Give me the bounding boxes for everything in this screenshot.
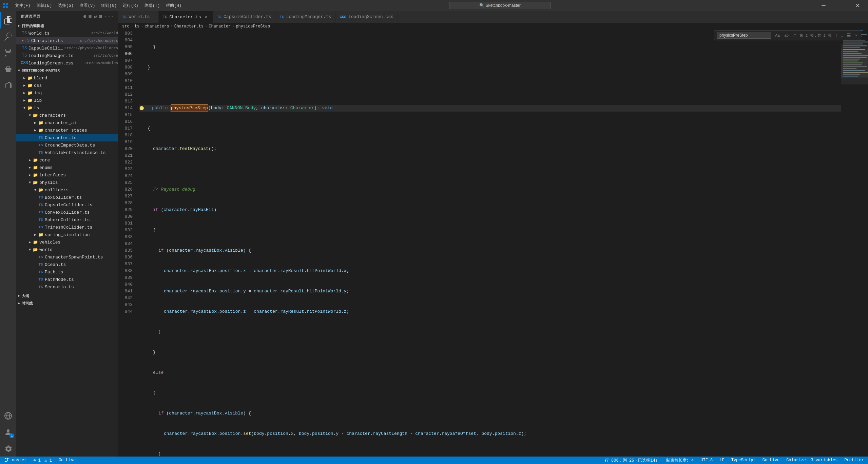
file-trimesh-collider[interactable]: TS TrimeshCollider.ts bbox=[16, 224, 118, 231]
find-prev-button[interactable]: ↑ bbox=[834, 32, 839, 39]
folder-characters-arrow: ▼ bbox=[27, 113, 33, 118]
folder-ts[interactable]: ▼ 📂 ts bbox=[16, 104, 118, 112]
activity-remote[interactable] bbox=[0, 408, 16, 424]
new-folder-icon[interactable]: ⊞ bbox=[89, 14, 92, 19]
folder-physics[interactable]: ▼ 📂 physics bbox=[16, 179, 118, 186]
status-live-share[interactable]: Go Live bbox=[57, 458, 77, 463]
status-prettier[interactable]: Prettier bbox=[843, 458, 865, 463]
close-icon-small[interactable]: ✕ bbox=[22, 39, 24, 43]
folder-vehicles[interactable]: ▶ 📁 vehicles bbox=[16, 238, 118, 246]
file-box-collider[interactable]: TS BoxCollider.ts bbox=[16, 194, 118, 201]
tab-character-close[interactable]: ✕ bbox=[203, 14, 209, 20]
find-match-case[interactable]: Aa bbox=[773, 32, 781, 38]
menu-help[interactable]: 帮助(H) bbox=[163, 2, 184, 9]
menu-terminal[interactable]: 终端(T) bbox=[142, 2, 163, 9]
folder-css[interactable]: ▶ 📁 css bbox=[16, 82, 118, 89]
file-sphere-collider[interactable]: TS SphereCollider.ts bbox=[16, 216, 118, 224]
open-editor-css[interactable]: CSS loadingScreen.css src/css/modules bbox=[16, 59, 118, 67]
open-editor-character[interactable]: ✕ TS Character.ts src/ts/characters bbox=[16, 37, 118, 44]
file-ocean[interactable]: TS Ocean.ts bbox=[16, 261, 118, 268]
collapse-icon[interactable]: ⊟ bbox=[99, 14, 102, 19]
breadcrumb-characters[interactable]: characters bbox=[144, 24, 169, 29]
window-controls: ─ □ ✕ bbox=[816, 0, 865, 11]
folder-characters[interactable]: ▼ 📂 characters bbox=[16, 112, 118, 119]
breadcrumb-physics-pre-step[interactable]: physicsPreStep bbox=[236, 24, 270, 29]
refresh-icon[interactable]: ↺ bbox=[94, 14, 97, 19]
tab-world[interactable]: TS World.ts bbox=[118, 11, 159, 23]
section-outline[interactable]: ▶ 大纲 bbox=[16, 292, 118, 299]
folder-lib[interactable]: ▶ 📁 lib bbox=[16, 97, 118, 104]
find-whole-word[interactable]: ab bbox=[783, 32, 790, 38]
activity-files[interactable] bbox=[0, 12, 16, 28]
folder-blend[interactable]: ▶ 📁 blend bbox=[16, 74, 118, 82]
file-capsule-collider[interactable]: TS CapsuleCollider.ts bbox=[16, 201, 118, 209]
global-search[interactable] bbox=[449, 2, 551, 9]
tab-capsule[interactable]: TS CapsuleCollider.ts bbox=[213, 11, 276, 23]
activity-settings[interactable] bbox=[0, 440, 16, 457]
code-line-816: character.raycastBox.position.z = charac… bbox=[139, 308, 841, 315]
activity-extensions[interactable] bbox=[0, 77, 16, 94]
status-branch[interactable]: master bbox=[3, 458, 28, 463]
folder-interfaces[interactable]: ▶ 📁 interfaces bbox=[16, 171, 118, 179]
folder-img[interactable]: ▶ 📁 img bbox=[16, 89, 118, 97]
folder-character-states[interactable]: ▶ 📁 character_states bbox=[16, 127, 118, 134]
menu-select[interactable]: 选择(S) bbox=[55, 2, 76, 9]
folder-enums[interactable]: ▶ 📁 enums bbox=[16, 164, 118, 171]
menu-run[interactable]: 运行(R) bbox=[120, 2, 141, 9]
activity-source-control[interactable] bbox=[0, 45, 16, 61]
find-input[interactable] bbox=[717, 32, 771, 39]
find-expand-button[interactable]: ☰ bbox=[845, 32, 852, 39]
tab-loading-manager[interactable]: TS LoadingManager.ts bbox=[275, 11, 335, 23]
breadcrumb-character-class[interactable]: Character bbox=[209, 24, 231, 29]
status-encoding[interactable]: UTF-8 bbox=[699, 458, 714, 463]
breadcrumb-ts[interactable]: ts bbox=[135, 24, 139, 29]
status-indent[interactable]: 制表符长度: 4 bbox=[665, 458, 695, 463]
file-vehicle-entry[interactable]: TS VehicleEntryInstance.ts bbox=[16, 149, 118, 156]
folder-spring-sim[interactable]: ▶ 📁 spring_simulation bbox=[16, 231, 118, 238]
file-pathnode[interactable]: TS PathNode.ts bbox=[16, 276, 118, 283]
section-open-editors[interactable]: ▶ 打开的编辑器 bbox=[16, 22, 118, 30]
menu-edit[interactable]: 编辑(E) bbox=[34, 2, 55, 9]
status-language[interactable]: TypeScript bbox=[730, 458, 757, 463]
menu-goto[interactable]: 转到(G) bbox=[98, 2, 119, 9]
open-editor-world[interactable]: TS World.ts src/ts/world bbox=[16, 30, 118, 37]
activity-debug[interactable] bbox=[0, 61, 16, 77]
section-sketchbook[interactable]: ▼ SKETCHBOOK-MASTER bbox=[16, 67, 118, 74]
maximize-button[interactable]: □ bbox=[833, 0, 848, 11]
status-colorize[interactable]: Colorize: 3 variables bbox=[785, 458, 839, 463]
file-character-ts[interactable]: TS Character.ts bbox=[16, 134, 118, 141]
open-editor-capsule[interactable]: TS CapsuleCollider.ts src/ts/physics/col… bbox=[16, 44, 118, 52]
find-regex[interactable]: .* bbox=[792, 32, 797, 38]
find-close-button[interactable]: ✕ bbox=[854, 32, 858, 39]
breadcrumb-src[interactable]: src bbox=[122, 24, 130, 29]
file-path[interactable]: TS Path.ts bbox=[16, 268, 118, 276]
status-line-ending[interactable]: LF bbox=[718, 458, 726, 463]
folder-world[interactable]: ▼ 📂 world bbox=[16, 246, 118, 253]
tab-css[interactable]: CSS loadingScreen.css bbox=[335, 11, 398, 23]
menu-view[interactable]: 查看(V) bbox=[77, 2, 98, 9]
minimize-button[interactable]: ─ bbox=[816, 0, 831, 11]
folder-colliders[interactable]: ▼ 📂 colliders bbox=[16, 186, 118, 194]
file-char-spawn[interactable]: TS CharacterSpawnPoint.ts bbox=[16, 253, 118, 261]
code-container[interactable]: 803 804 805 806 807 808 809 810 811 812 … bbox=[118, 30, 841, 457]
activity-search[interactable] bbox=[0, 28, 16, 45]
close-button[interactable]: ✕ bbox=[850, 0, 865, 11]
file-ground-impact[interactable]: TS GroundImpactData.ts bbox=[16, 141, 118, 149]
more-actions-icon[interactable]: ··· bbox=[104, 14, 114, 19]
activity-account[interactable]: 1 bbox=[0, 424, 16, 440]
menu-file[interactable]: 文件(F) bbox=[12, 2, 33, 9]
status-go-live[interactable]: Go Live bbox=[761, 458, 781, 463]
new-file-icon[interactable]: ⊕ bbox=[83, 14, 86, 19]
folder-core[interactable]: ▶ 📁 core bbox=[16, 156, 118, 164]
folder-img-label: img bbox=[34, 91, 118, 96]
folder-character-ai[interactable]: ▶ 📁 character_ai bbox=[16, 119, 118, 127]
open-editor-loading[interactable]: TS LoadingManager.ts src/ts/core bbox=[16, 52, 118, 59]
breadcrumb-character-ts[interactable]: Character.ts bbox=[174, 24, 204, 29]
status-position[interactable]: 行 806，列 26（已选择14） bbox=[603, 458, 661, 463]
file-convex-collider[interactable]: TS ConvexCollider.ts bbox=[16, 209, 118, 216]
find-next-button[interactable]: ↓ bbox=[840, 32, 845, 39]
tab-character[interactable]: TS Character.ts ✕ bbox=[159, 11, 213, 23]
file-scenario[interactable]: TS Scenario.ts bbox=[16, 283, 118, 291]
status-errors[interactable]: ⊘ 1 ⚠ 1 bbox=[32, 458, 53, 463]
section-timeline[interactable]: ▶ 时间线 bbox=[16, 299, 118, 307]
